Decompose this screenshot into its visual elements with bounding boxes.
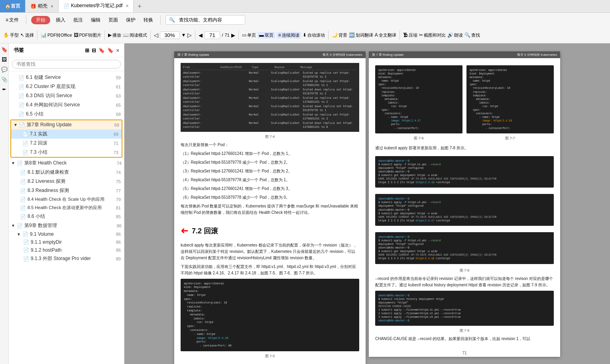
sidebar-icon-3[interactable]: 🔖: [98, 47, 105, 53]
sidebar-icon-strip: 🔖 🖼 💬 📎 ✒: [0, 43, 9, 364]
bg-icon: 🌙: [332, 32, 338, 38]
full-translate-icon: A: [375, 32, 378, 38]
sidebar-item-8-4[interactable]: 📄 8.4 Health Check 在 Scale Up 中的应用 79: [9, 195, 124, 204]
double-page-tool[interactable]: ▬ 双页: [258, 32, 275, 39]
zoom-out-btn[interactable]: ◁: [154, 32, 158, 38]
page-btn[interactable]: 页面: [106, 16, 120, 24]
fig5-code: apiVersion: apps/v1beta1 kind: Deploymen…: [181, 279, 359, 352]
sidebar-item-8-5[interactable]: 📄 8.5 Health Check 在滚动更新中的应用 81: [9, 204, 124, 212]
edit-btn[interactable]: 编辑: [89, 16, 103, 24]
prev-page-btn[interactable]: ◀: [199, 32, 203, 38]
sidebar-item-9-1-1[interactable]: 📄 9.1.1 emptyDir 86: [9, 238, 124, 246]
sidebar-item-7-3[interactable]: 📄 7.3 小结 73: [11, 148, 122, 157]
pdf-to-office-tool[interactable]: 📊 PDF转Office: [41, 32, 72, 38]
sidebar-search-input[interactable]: [12, 60, 121, 68]
tab-hutong[interactable]: 🎁 稻壳 ×: [26, 0, 59, 12]
sidebar-chapter7-header[interactable]: ▼ 📄 第7章 Rolling Update 69: [11, 120, 122, 129]
text-apply: 通过 kubectl apply 部署并更新应用，如图 7-8 所示。: [375, 145, 554, 151]
pdf-to-img-tool[interactable]: 🖼 PDF转图片: [74, 32, 101, 38]
tab-add-button[interactable]: +: [134, 3, 145, 10]
sidebar-item-6-2[interactable]: 📄 6.2 Cluster IP 底层实现 61: [9, 82, 124, 91]
chapter-label: 第 7 章 Rolling Update: [177, 53, 209, 57]
play-tool[interactable]: ▶ 播放: [108, 32, 121, 38]
zoom-in-btn[interactable]: ▷: [187, 32, 192, 38]
zoom-input[interactable]: [160, 31, 180, 39]
protect-btn[interactable]: 保护: [124, 16, 138, 24]
tab-pdf-close[interactable]: ×: [126, 3, 128, 9]
sidebar-item-6-3[interactable]: 📄 6.3 DNS 访问 Service 63: [9, 91, 124, 100]
select-tool[interactable]: ↖ 选择: [20, 32, 34, 38]
section-72-header: ➜ 7.2 回滚: [181, 222, 359, 240]
single-page-icon: ▭: [242, 32, 246, 38]
thumbnail-icon[interactable]: 🖼: [2, 57, 7, 63]
fig4-caption: 图 7-4: [181, 134, 359, 139]
chapter7-section: ▼ 📄 第7章 Rolling Update 69 📄 7.1 实践 69 📄 …: [10, 119, 122, 158]
full-translate-tool[interactable]: A 全文翻译: [375, 32, 396, 38]
text-every-replace: 每次只更新替换一个 Pod：: [181, 142, 359, 148]
toolbar-row2: ✋ 手型 ↖ 选择 📊 PDF转Office 🖼 PDF转图片 ▶ 播放 📖 阅…: [0, 27, 610, 43]
sidebar-chapter8-header[interactable]: ▼ 📄 第8章 Health Check 74: [9, 159, 124, 168]
word-translate-tool[interactable]: 🔤 划词翻译: [349, 32, 373, 38]
attachment-icon[interactable]: 📎: [1, 76, 8, 82]
sidebar-item-8-3[interactable]: 📄 8.3 Readiness 探测 77: [9, 186, 124, 195]
background-tool[interactable]: 🌙 背景: [332, 32, 347, 38]
tab-bar: 🏠 首页 🎁 稻壳 × 📄 Kubernetes学习笔记.pdf × +: [0, 0, 610, 13]
zoom-dropdown-icon[interactable]: ▼: [181, 32, 186, 38]
bookmark-icon[interactable]: 🔖: [1, 47, 8, 53]
sidebar-item-6-1[interactable]: 📄 6.1 创建 Service 59: [9, 73, 124, 82]
sidebar-item-9-1-3[interactable]: 📄 9.1.3 外部 Storage Pro vider 89: [9, 254, 124, 263]
sidebar-item-9-1[interactable]: ▼ 📄 9.1 Volume 86: [9, 230, 124, 238]
sidebar-item-8-2[interactable]: 📄 8.2 Liveness 探测 75: [9, 177, 124, 186]
pdf-content-area[interactable]: 第 7 章 Rolling Update 每天 5 分钟玩转 Kubernete…: [124, 43, 610, 364]
next-page-btn[interactable]: ▶: [231, 32, 235, 38]
find-tool[interactable]: 🔍 查找: [464, 32, 480, 38]
terminal-2: ubuntu@k8s-master:~$ $ kubectl apply -f …: [375, 194, 554, 226]
insert-btn[interactable]: 插入: [53, 16, 68, 24]
tab-pdf[interactable]: 📄 Kubernetes学习笔记.pdf ×: [59, 0, 134, 12]
toolbar-search-input[interactable]: [177, 16, 240, 23]
tab-home[interactable]: 🏠 首页: [0, 0, 26, 12]
sidebar-item-8-1[interactable]: 📄 8.1 默认的健康检查 74: [9, 168, 124, 177]
compress-tool[interactable]: 🗜 压缩: [403, 32, 417, 38]
leaf-icon-9-1-1: 📄: [23, 239, 29, 245]
start-btn[interactable]: 开始: [31, 16, 50, 24]
convert-btn[interactable]: 转换: [141, 16, 155, 24]
sidebar-item-7-1[interactable]: 📄 7.1 实践 69: [11, 129, 122, 139]
sep2: [160, 15, 161, 25]
sidebar-close[interactable]: ×: [116, 47, 119, 53]
sidebar-chapter9-header[interactable]: ▼ 📄 第9章 数据管理 86: [9, 221, 124, 230]
fig8-terminals: ubuntu@k8s-master:~$ $ kubectl apply -f …: [375, 154, 554, 266]
sidebar-item-7-2[interactable]: 📄 7.2 回滚 71: [11, 139, 122, 148]
page-total: 71: [224, 33, 229, 37]
annotation-btn[interactable]: 批注: [71, 16, 85, 24]
tab-hutong-close[interactable]: ×: [51, 4, 53, 9]
leaf-icon-4: 📄: [18, 102, 24, 108]
continuous-read-tool[interactable]: ≡ 连续阅读: [277, 32, 301, 39]
page-number-input[interactable]: [204, 31, 220, 39]
sidebar-icon-4[interactable]: 🔖: [107, 47, 114, 53]
sidebar-icon-2[interactable]: ⊟: [92, 47, 96, 53]
auto-scroll-tool[interactable]: ⬇ 自动滚动: [303, 32, 325, 38]
expand-icon-8: ▼: [11, 161, 15, 165]
file-menu[interactable]: ≡ 文件: [3, 16, 21, 24]
step3: （3）ReplicaSet httpd-1276601241 增加一个 Pod，…: [181, 168, 359, 174]
screenshot-tool[interactable]: ✂ 截图和对比: [419, 32, 446, 38]
leaf-icon-9-1: 📄: [22, 231, 28, 237]
event-table: From SubObjectPath Type Reason Message d…: [181, 63, 359, 132]
sidebar-item-6-5[interactable]: 📄 6.5 小结 68: [9, 110, 124, 119]
signature-icon[interactable]: ✒: [2, 86, 6, 92]
sidebar-item-6-4[interactable]: 📄 6.4 外网如何访问 Service 65: [9, 100, 124, 110]
sidebar-item-8-6[interactable]: 📄 8.6 小结 85: [9, 212, 124, 221]
comment-icon[interactable]: 💬: [1, 67, 8, 72]
read-mode-tool[interactable]: 📖 阅读模式: [123, 32, 147, 38]
pdf-page-71: 第 7 章 Rolling Update 每天 5 分钟玩转 Kubernete…: [369, 51, 560, 357]
read-aloud-tool[interactable]: 🔊 朗读: [447, 32, 463, 38]
fig6-fig7-row: apiVersion: apps/v1beta1 kind: Deploymen…: [375, 63, 554, 143]
single-page-tool[interactable]: ▭ 单页: [242, 32, 256, 38]
sidebar-item-9-1-2[interactable]: 📄 9.1.2 hostPath 86: [9, 246, 124, 254]
main-area: 🔖 🖼 💬 📎 ✒ 书签 ⊞ ⊟ 🔖 🔖 × 📄 6.1 创建 Service: [0, 43, 610, 364]
leaf-icon-8-3: 📄: [20, 188, 26, 194]
sidebar-icon-1[interactable]: ⊞: [85, 47, 89, 53]
hand-tool[interactable]: ✋ 手型: [3, 32, 19, 38]
leaf-icon-9-1-3: 📄: [23, 256, 29, 262]
